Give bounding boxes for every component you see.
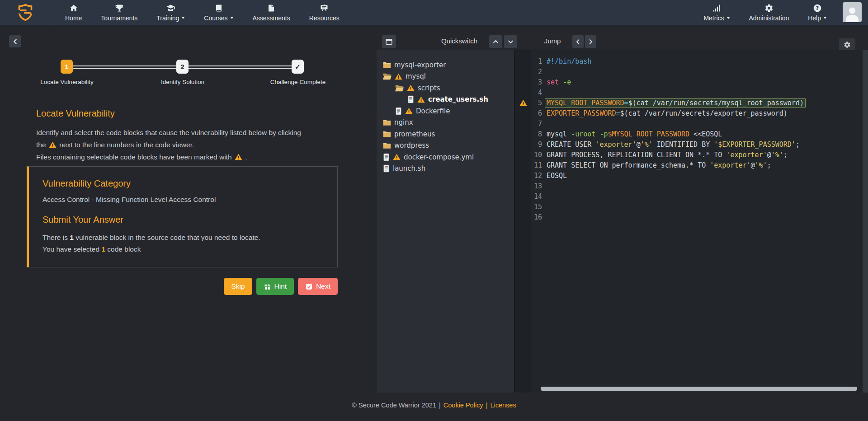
nav-item-resources[interactable]: Resources xyxy=(300,0,349,25)
tree-item-name: wordpress xyxy=(394,141,429,150)
code-line-1: 1#!/bin/bash xyxy=(515,56,862,66)
app: HomeTournamentsTrainingCoursesAssessment… xyxy=(0,0,868,421)
licenses-link[interactable]: Licenses xyxy=(490,402,516,409)
jump-prev-button[interactable] xyxy=(572,35,584,48)
chevron-right-icon xyxy=(587,38,594,45)
warning-icon xyxy=(407,84,415,91)
code-token: '$EXPORTER_PASSWORD' xyxy=(714,140,796,149)
line-number: 2 xyxy=(531,68,542,76)
nav-item-label: Help xyxy=(808,14,821,22)
code-line-6: 6EXPORTER_PASSWORD=$(cat /var/run/secret… xyxy=(515,108,862,118)
tree-item-wordpress[interactable]: wordpress xyxy=(377,140,514,152)
code-token: 'exporter' xyxy=(726,151,767,159)
code-token: -p xyxy=(599,130,608,138)
code-token: MYSQL_ROOT_PASSWORD xyxy=(547,99,624,107)
folder-icon xyxy=(383,119,391,126)
text-segment: . xyxy=(243,153,247,161)
code-line-2: 2 xyxy=(515,66,862,77)
warning-icon xyxy=(235,154,242,160)
jump-label: Jump xyxy=(534,37,571,45)
footer-separator: | xyxy=(486,402,488,409)
caret-down-icon xyxy=(230,17,234,19)
tree-item-dockerfile[interactable]: Dockerfile xyxy=(377,105,514,117)
line-number: 8 xyxy=(531,130,542,138)
step-label: Locate Vulnerability xyxy=(17,79,117,85)
nav-item-help[interactable]: ?Help xyxy=(798,0,836,25)
shield-logo-icon xyxy=(17,3,33,22)
nav-item-assessments[interactable]: Assessments xyxy=(243,0,300,25)
skip-button[interactable]: Skip xyxy=(224,278,252,295)
brand-logo[interactable] xyxy=(0,0,51,25)
nav-item-metrics[interactable]: Metrics xyxy=(694,0,739,25)
code-token: = xyxy=(616,109,620,117)
tree-item-name: scripts xyxy=(418,84,440,92)
tree-item-nginx[interactable]: nginx xyxy=(377,117,514,129)
nav-item-label: Metrics xyxy=(703,14,724,22)
nav-item-tournaments[interactable]: Tournaments xyxy=(91,0,147,25)
tree-item-prometheus[interactable]: prometheus xyxy=(377,128,514,140)
nav-item-label: Training xyxy=(156,14,179,22)
tree-item-create-users-sh[interactable]: create_users.sh xyxy=(377,94,514,106)
code-line-7: 7 xyxy=(515,118,862,129)
code-line-3: 3set -e xyxy=(515,77,862,87)
back-button[interactable] xyxy=(9,35,21,47)
hint-button[interactable]: Hint xyxy=(256,278,294,295)
nav-item-label: Home xyxy=(65,14,82,22)
nav-item-courses[interactable]: Courses xyxy=(194,0,243,25)
quickswitch-up-button[interactable] xyxy=(489,35,502,48)
text-segment: Identify and select the code blocks that… xyxy=(36,129,301,136)
action-buttons: Skip Hint Next xyxy=(27,278,338,295)
tree-item-scripts[interactable]: scripts xyxy=(377,82,514,94)
nav-item-training[interactable]: Training xyxy=(147,0,194,25)
submit-status: There is 1 vulnerable block in the sourc… xyxy=(42,232,324,255)
file-icon xyxy=(395,107,402,115)
code-line-15: 15 xyxy=(515,201,862,212)
code-lines: 1#!/bin/bash23set -e45MYSQL_ROOT_PASSWOR… xyxy=(515,56,862,222)
window-icon xyxy=(385,38,393,46)
tree-item-docker-compose-yml[interactable]: docker-compose.yml xyxy=(377,151,514,163)
panel-layout-button[interactable] xyxy=(382,35,396,48)
code-token: ; xyxy=(783,151,788,159)
tree-item-launch-sh[interactable]: launch.sh xyxy=(377,163,514,175)
code-token: ; xyxy=(767,161,771,169)
jump-next-button[interactable] xyxy=(585,35,596,48)
quickswitch-down-button[interactable] xyxy=(504,35,517,48)
submit-status-line: You have selected 1 code block xyxy=(42,243,324,255)
nav-item-label: Tournaments xyxy=(101,14,137,22)
folder-open-icon xyxy=(395,84,404,92)
code-line-14: 14 xyxy=(515,191,862,201)
horizontal-scrollbar[interactable] xyxy=(541,387,857,391)
code-token: mysql xyxy=(547,130,571,138)
settings-button[interactable] xyxy=(839,38,855,51)
selected-code-block[interactable]: MYSQL_ROOT_PASSWORD=$(cat /var/run/secre… xyxy=(545,98,806,108)
warning-icon xyxy=(395,73,402,80)
nav-item-administration[interactable]: Administration xyxy=(740,0,799,25)
tree-item-name: prometheus xyxy=(394,130,435,138)
tree-item-mysql[interactable]: mysql xyxy=(377,71,514,83)
nav-item-home[interactable]: Home xyxy=(56,0,91,25)
tree-item-mysql-exporter[interactable]: mysql-exporter xyxy=(377,59,514,71)
code-token: @ xyxy=(751,161,755,169)
step-badge-locate-vulnerability: 1 xyxy=(61,60,73,74)
avatar[interactable] xyxy=(843,2,862,22)
file-icon xyxy=(383,164,390,173)
warning-icon xyxy=(49,141,57,148)
code-line-16: 16 xyxy=(515,212,862,222)
code-token: 'exporter' xyxy=(710,161,750,169)
cookie-policy-link[interactable]: Cookie Policy xyxy=(443,402,483,409)
caret-down-icon xyxy=(181,17,185,19)
next-button[interactable]: Next xyxy=(298,278,338,295)
tree-item-name: mysql xyxy=(406,72,426,80)
chevron-left-icon xyxy=(12,38,19,45)
text-segment: next to the line numbers in the code vie… xyxy=(57,141,194,149)
tree-item-name: Dockerfile xyxy=(416,107,450,115)
line-number: 15 xyxy=(531,203,542,211)
file-tree: mysql-exportermysqlscriptscreate_users.s… xyxy=(377,50,515,393)
line-number: 5 xyxy=(531,99,542,107)
chevron-down-icon xyxy=(507,38,514,45)
code-token: = xyxy=(624,99,628,107)
line-number: 3 xyxy=(531,78,542,86)
line-warning-toggle[interactable] xyxy=(519,99,527,106)
vertical-scrollbar[interactable] xyxy=(863,50,868,393)
category-value: Access Control - Missing Function Level … xyxy=(42,196,324,204)
